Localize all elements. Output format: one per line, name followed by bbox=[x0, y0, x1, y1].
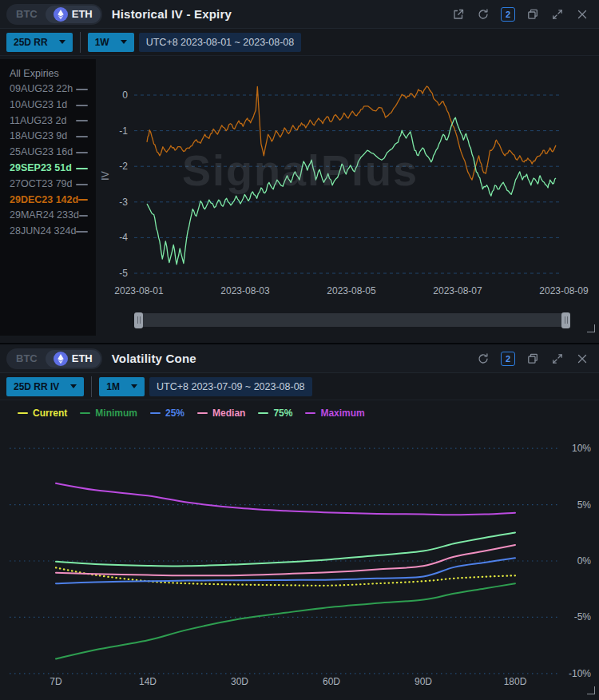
svg-text:30D: 30D bbox=[231, 676, 248, 687]
panel2-header: BTC ETH Volatility Cone 2 bbox=[0, 344, 599, 373]
svg-text:-3: -3 bbox=[119, 197, 128, 208]
legend-item[interactable]: 75% bbox=[258, 408, 292, 419]
scrollbar-handle-right[interactable] bbox=[561, 312, 570, 328]
svg-text:0%: 0% bbox=[577, 555, 592, 567]
svg-text:-4: -4 bbox=[119, 232, 128, 243]
window-count-badge[interactable]: 2 bbox=[501, 7, 515, 22]
duplicate-icon[interactable] bbox=[526, 352, 540, 366]
legend-swatch bbox=[258, 412, 268, 415]
chevron-down-icon bbox=[70, 384, 77, 388]
series-Median bbox=[56, 545, 515, 575]
svg-text:7D: 7D bbox=[50, 676, 62, 687]
panel1-body: All Expiries 09AUG23 22h10AUG23 1d11AUG2… bbox=[0, 56, 599, 343]
expiry-item[interactable]: 11AUG23 2d bbox=[0, 113, 96, 129]
legend-swatch bbox=[197, 412, 208, 415]
expiry-line-sample bbox=[76, 89, 88, 90]
svg-text:-1: -1 bbox=[119, 125, 128, 137]
external-link-icon[interactable] bbox=[451, 7, 466, 22]
panel2-toolbar: 25D RR IV 1M UTC+8 2023-07-09 ~ 2023-08-… bbox=[0, 373, 599, 400]
legend-item[interactable]: Minimum bbox=[80, 408, 137, 419]
expiry-label: 29SEP23 51d bbox=[10, 161, 72, 177]
legend-item[interactable]: 25% bbox=[150, 408, 184, 419]
expiry-line-sample bbox=[76, 120, 88, 121]
legend-label: 75% bbox=[273, 408, 292, 419]
coin-eth-button[interactable]: ETH bbox=[46, 6, 101, 23]
legend-item[interactable]: Maximum bbox=[305, 408, 364, 419]
close-icon[interactable] bbox=[575, 7, 589, 22]
gridlines bbox=[134, 95, 561, 273]
svg-text:14D: 14D bbox=[139, 676, 157, 687]
refresh-icon[interactable] bbox=[476, 7, 490, 22]
expand-icon[interactable] bbox=[550, 352, 565, 366]
eth-icon bbox=[54, 7, 68, 22]
expand-icon[interactable] bbox=[550, 7, 565, 22]
coin-btc-button[interactable]: BTC bbox=[8, 6, 46, 23]
legend-label: 25% bbox=[165, 408, 184, 419]
svg-text:IV: IV bbox=[100, 171, 111, 180]
expiry-label: 25AUG23 16d bbox=[10, 145, 73, 161]
expiry-line-sample bbox=[76, 105, 88, 106]
legend-item[interactable]: Current bbox=[18, 408, 67, 419]
svg-text:-5: -5 bbox=[119, 268, 128, 279]
period-dropdown-value: 1M bbox=[106, 381, 120, 392]
series-29SEP23-51d bbox=[147, 117, 556, 264]
expiry-label: 29MAR24 233d bbox=[10, 208, 79, 224]
volatility-cone-chart: 10%5%0%-5%-10%7D14D30D60D90D180D bbox=[0, 426, 599, 700]
metric-dropdown[interactable]: 25D RR bbox=[6, 33, 73, 52]
duplicate-icon[interactable] bbox=[526, 7, 540, 22]
svg-text:2023-08-03: 2023-08-03 bbox=[220, 285, 270, 296]
legend-item[interactable]: Median bbox=[197, 408, 245, 419]
series-29DEC23-142d bbox=[147, 86, 556, 180]
cone-legend: CurrentMinimum25%Median75%Maximum bbox=[0, 400, 599, 426]
expiry-item[interactable]: 28JUN24 324d bbox=[0, 224, 96, 240]
coin-toggle: BTC ETH bbox=[6, 4, 102, 25]
legend-swatch bbox=[305, 412, 315, 415]
expiry-item[interactable]: 09AUG23 22h bbox=[0, 82, 96, 97]
scrollbar-handle-left[interactable] bbox=[134, 312, 143, 328]
panel2-header-icons: 2 bbox=[476, 352, 589, 366]
svg-text:10%: 10% bbox=[572, 443, 591, 454]
page-title: Historical IV - Expiry bbox=[112, 7, 232, 21]
legend-swatch bbox=[80, 412, 90, 415]
close-icon[interactable] bbox=[575, 352, 589, 366]
expiry-line-sample bbox=[76, 136, 88, 137]
page-title: Volatility Cone bbox=[112, 352, 196, 365]
expiry-label: 29DEC23 142d bbox=[10, 193, 78, 209]
legend-swatch bbox=[150, 412, 161, 415]
expiry-label: 09AUG23 22h bbox=[10, 82, 73, 97]
svg-text:0: 0 bbox=[122, 89, 128, 101]
time-range-scrollbar[interactable] bbox=[136, 313, 569, 327]
refresh-icon[interactable] bbox=[476, 352, 490, 366]
chevron-down-icon bbox=[121, 40, 127, 44]
metric-dropdown-value: 25D RR bbox=[14, 37, 48, 48]
coin-btc-button[interactable]: BTC bbox=[8, 350, 46, 368]
resize-handle[interactable] bbox=[587, 324, 595, 332]
svg-text:90D: 90D bbox=[415, 676, 432, 687]
expiry-item[interactable]: 29MAR24 233d bbox=[0, 208, 96, 224]
date-range-display[interactable]: UTC+8 2023-07-09 ~ 2023-08-08 bbox=[149, 377, 312, 396]
panel1-header: BTC ETH Historical IV - Expiry 2 bbox=[0, 0, 599, 29]
expiry-item[interactable]: 18AUG23 9d bbox=[0, 129, 96, 145]
expiry-label: 11AUG23 2d bbox=[10, 113, 66, 129]
svg-text:2023-08-07: 2023-08-07 bbox=[433, 285, 482, 296]
metric-dropdown-value: 25D RR IV bbox=[14, 381, 59, 392]
expiry-item[interactable]: 27OCT23 79d bbox=[0, 177, 96, 193]
expiry-line-sample bbox=[76, 184, 88, 185]
expiry-item[interactable]: 29DEC23 142d bbox=[0, 193, 96, 209]
legend-label: Current bbox=[33, 408, 67, 419]
period-dropdown[interactable]: 1M bbox=[99, 377, 145, 396]
metric-dropdown[interactable]: 25D RR IV bbox=[6, 377, 84, 396]
svg-text:-2: -2 bbox=[119, 161, 128, 172]
date-range-display[interactable]: UTC+8 2023-08-01 ~ 2023-08-08 bbox=[139, 33, 302, 52]
legend-label: Maximum bbox=[320, 408, 364, 419]
resize-handle[interactable] bbox=[587, 686, 595, 694]
historical-iv-chart: 0-1-2-3-4-52023-08-012023-08-032023-08-0… bbox=[96, 56, 599, 320]
window-count-badge[interactable]: 2 bbox=[501, 352, 515, 366]
expiry-line-sample bbox=[76, 231, 88, 233]
period-dropdown[interactable]: 1W bbox=[88, 33, 134, 52]
expiry-item[interactable]: 29SEP23 51d bbox=[0, 161, 96, 177]
eth-label: ETH bbox=[72, 8, 93, 20]
expiry-item[interactable]: 10AUG23 1d bbox=[0, 97, 96, 113]
expiry-item[interactable]: 25AUG23 16d bbox=[0, 145, 96, 161]
coin-eth-button[interactable]: ETH bbox=[46, 350, 101, 368]
